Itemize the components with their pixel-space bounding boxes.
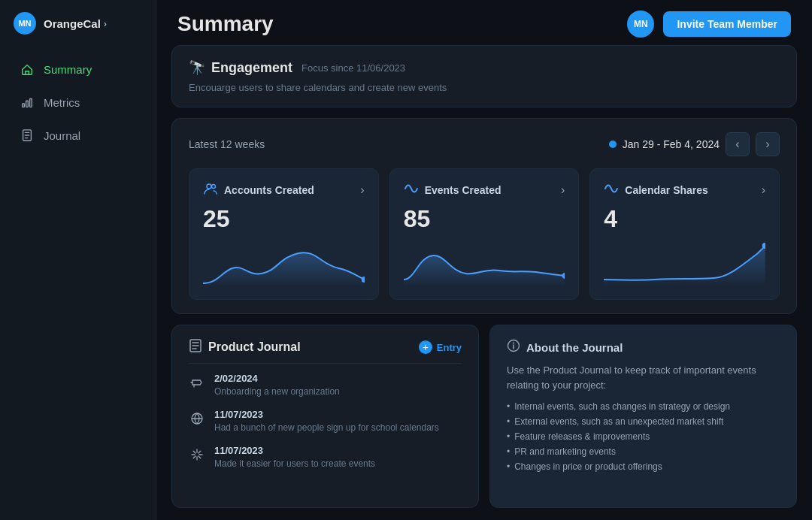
metric-arrow-events[interactable]: › [561,183,565,197]
metric-header-accounts: Accounts Created › [203,181,365,199]
entry-date-1: 2/02/2024 [214,373,340,384]
date-next-button[interactable]: › [756,132,780,156]
metric-value-shares: 4 [604,205,765,233]
shares-chart [604,242,765,287]
engagement-focus-since: Focus since 11/06/2023 [301,62,405,74]
svg-rect-1 [26,101,29,107]
sidebar-item-summary[interactable]: Summary [6,54,150,84]
metrics-period-label: Latest 12 weeks [189,138,265,150]
sidebar-item-journal[interactable]: Journal [6,120,150,150]
about-list: Internal events, such as changes in stra… [507,401,780,472]
entry-date-3: 11/07/2023 [214,445,375,456]
page-title: Summary [177,12,274,36]
engagement-header: 🔭 Engagement Focus since 11/06/2023 [189,59,780,76]
date-nav: Jan 29 - Feb 4, 2024 ‹ › [609,132,780,156]
metric-arrow-accounts[interactable]: › [360,183,364,197]
home-icon [20,62,35,77]
binoculars-icon: 🔭 [189,59,205,76]
metrics-grid: Accounts Created › 25 [189,168,780,300]
entry-desc-3: Made it easier for users to create event… [214,458,375,470]
sparkle-icon [189,446,205,463]
chart-icon [20,95,35,110]
add-entry-button[interactable]: + Entry [419,340,462,354]
metric-title-row-shares: Calendar Shares [604,181,708,199]
metrics-top: Latest 12 weeks Jan 29 - Feb 4, 2024 ‹ › [189,132,780,156]
user-avatar: MN [627,11,654,38]
sidebar-avatar: MN [14,12,36,35]
metric-title-row: Accounts Created [203,181,314,199]
about-list-item-3: Feature releases & improvements [507,431,780,442]
sidebar-item-label: Metrics [44,96,80,109]
journal-card: Product Journal + Entry [171,325,479,508]
sidebar-item-metrics[interactable]: Metrics [6,87,150,117]
journal-entries: 2/02/2024 Onboarding a new organization [189,373,462,470]
journal-title-row: Product Journal [189,339,301,355]
shares-icon [604,181,619,199]
metric-value-events: 85 [404,205,565,233]
entry-content-1: 2/02/2024 Onboarding a new organization [214,373,340,398]
metric-card-events: Events Created › 85 [389,168,580,300]
metric-title-shares: Calendar Shares [625,184,708,196]
svg-point-12 [513,343,514,344]
metric-card-accounts: Accounts Created › 25 [189,168,379,300]
journal-entry-3: 11/07/2023 Made it easier for users to c… [189,445,462,470]
events-icon [404,181,419,199]
engagement-card: 🔭 Engagement Focus since 11/06/2023 Enco… [171,45,797,107]
svg-point-5 [212,185,216,189]
about-journal-card: About the Journal Use the Product Journa… [489,325,797,508]
plus-circle-icon: + [419,340,432,354]
metric-title-events: Events Created [425,184,501,196]
entry-button-label: Entry [437,342,462,353]
chevron-right-icon: › [104,18,107,29]
sidebar-nav: Summary Metrics Journal [0,47,156,158]
topbar: Summary MN Invite Team Member [156,0,812,45]
svg-rect-0 [23,104,25,107]
bottom-section: Product Journal + Entry [171,325,797,508]
main-content: Summary MN Invite Team Member 🔭 Engageme… [156,0,812,520]
about-list-item-5: Changes in price or product offerings [507,461,780,472]
journal-icon [20,128,35,143]
date-dot [609,141,617,148]
accounts-chart [203,242,365,287]
sidebar-org-name: OrangeCal › [44,17,107,30]
topbar-right: MN Invite Team Member [627,11,791,38]
sidebar: MN OrangeCal › Summary [0,0,156,520]
about-list-item-2: External events, such as an unexpected m… [507,416,780,427]
date-prev-button[interactable]: ‹ [726,132,750,156]
metrics-card: Latest 12 weeks Jan 29 - Feb 4, 2024 ‹ › [171,118,797,314]
sidebar-item-label: Journal [44,129,80,142]
info-icon [507,339,520,355]
date-range: Jan 29 - Feb 4, 2024 [623,138,720,150]
journal-entry-2: 11/07/2023 Had a bunch of new people sig… [189,409,462,434]
journal-header: Product Journal + Entry [189,339,462,364]
accounts-icon [203,181,218,199]
about-title: About the Journal [526,341,623,354]
content-area: 🔭 Engagement Focus since 11/06/2023 Enco… [156,45,812,520]
entry-content-2: 11/07/2023 Had a bunch of new people sig… [214,409,439,434]
svg-point-4 [207,184,211,189]
globe-icon [189,410,205,427]
journal-icon [189,339,202,355]
invite-team-member-button[interactable]: Invite Team Member [663,11,791,37]
metric-card-shares: Calendar Shares › 4 [589,168,780,300]
svg-rect-2 [30,99,32,107]
announcement-icon [189,374,205,391]
journal-entry-1: 2/02/2024 Onboarding a new organization [189,373,462,398]
about-description: Use the Product Journal to keep track of… [507,363,780,392]
engagement-title: Engagement [211,60,292,76]
entry-content-3: 11/07/2023 Made it easier for users to c… [214,445,375,470]
metric-title-row-events: Events Created [404,181,501,199]
metric-arrow-shares[interactable]: › [762,183,765,197]
metric-header-shares: Calendar Shares › [604,181,765,199]
engagement-description: Encouarge users to share calendars and c… [189,82,780,93]
about-list-item-1: Internal events, such as changes in stra… [507,401,780,412]
metric-header-events: Events Created › [404,181,565,199]
sidebar-org-header[interactable]: MN OrangeCal › [0,0,156,47]
about-header: About the Journal [507,339,780,355]
entry-desc-2: Had a bunch of new people sign up for sc… [214,422,439,434]
metric-title-accounts: Accounts Created [224,184,314,196]
entry-desc-1: Onboarding a new organization [214,385,340,398]
events-chart [404,242,565,287]
about-list-item-4: PR and marketing events [507,446,780,457]
metric-value-accounts: 25 [203,205,365,233]
